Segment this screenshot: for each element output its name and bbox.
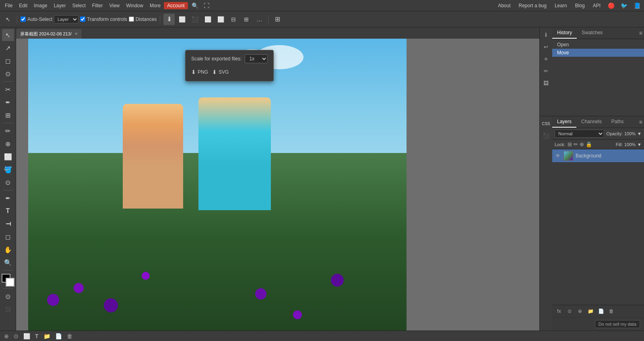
css-properties-btn[interactable]: CSS — [541, 118, 552, 129]
screen-mode-btn[interactable]: ⬛ — [2, 303, 14, 315]
history-item-open[interactable]: Open — [552, 41, 644, 49]
properties-icon-btn[interactable]: ℹ — [541, 29, 552, 40]
layer-delete-btn[interactable]: 🗑 — [607, 307, 616, 316]
fill-tool[interactable]: 🪣 — [2, 163, 14, 176]
lasso-tool[interactable]: ⊙ — [2, 68, 14, 80]
zoom-tool[interactable]: 🔍 — [2, 256, 14, 269]
more-toolbar-btn[interactable]: … — [254, 14, 265, 25]
export-scale-select[interactable]: 1x 0.5x 2x 3x — [245, 54, 268, 63]
transform-controls-checkbox-label[interactable]: Transform controls — [80, 17, 127, 22]
lock-position-btn[interactable]: ⊕ — [580, 141, 584, 147]
status-type-btn[interactable]: T — [35, 333, 39, 339]
align-left-btn[interactable]: ⬜ — [176, 14, 188, 25]
opacity-value[interactable]: 100% — [624, 131, 636, 136]
clone-stamp-tool[interactable]: ⊕ — [2, 138, 14, 150]
dodge-burn-tool[interactable]: ⊙ — [2, 176, 14, 188]
align-center-btn[interactable]: ⬛ — [189, 14, 200, 25]
layers-panel-menu-btn[interactable]: ≡ — [639, 119, 642, 125]
distances-checkbox-label[interactable]: Distances — [129, 17, 157, 22]
lock-transparent-btn[interactable]: ⊞ — [568, 141, 572, 147]
opacity-dropdown-icon[interactable]: ▼ — [637, 131, 642, 136]
tab-swatches[interactable]: Swatches — [577, 27, 607, 39]
canvas-viewport[interactable]: Scale for exported files: 1x 0.5x 2x 3x … — [16, 39, 539, 331]
fill-value[interactable]: 100% — [624, 142, 636, 147]
menu-item-filter[interactable]: Filter — [89, 2, 106, 9]
hand-tool[interactable]: ✋ — [2, 244, 14, 256]
pen-tool[interactable]: ✒ — [2, 192, 14, 204]
layers-icon-btn[interactable]: ⬛ — [541, 130, 552, 141]
quick-mask-btn[interactable]: ⊙ — [2, 290, 14, 302]
menu-item-window[interactable]: Window — [123, 2, 147, 9]
distances-checkbox[interactable] — [129, 17, 134, 22]
menu-item-blog[interactable]: Blog — [572, 2, 588, 9]
distribute-v-btn[interactable]: ⊞ — [241, 14, 252, 25]
menu-item-select[interactable]: Select — [69, 2, 89, 9]
tab-paths[interactable]: Paths — [607, 116, 629, 128]
status-path-btn[interactable]: ⬜ — [23, 333, 30, 339]
history-panel-menu-btn[interactable]: ≡ — [639, 30, 642, 36]
layer-select[interactable]: Layer Group — [54, 15, 78, 23]
reddit-icon[interactable]: 🔴 — [605, 0, 617, 11]
menu-item-view[interactable]: View — [106, 2, 123, 9]
layer-adjustment-btn[interactable]: ⊕ — [576, 307, 584, 316]
background-color[interactable] — [6, 278, 14, 287]
canvas-tab-close[interactable]: × — [75, 31, 78, 37]
tab-channels[interactable]: Channels — [576, 116, 607, 128]
menu-item-layer[interactable]: Layer — [50, 2, 69, 9]
history-item-move[interactable]: Move — [552, 49, 644, 57]
auto-select-checkbox[interactable] — [21, 17, 26, 22]
facebook-icon[interactable]: 📘 — [631, 0, 642, 11]
menu-item-learn[interactable]: Learn — [551, 2, 570, 9]
transform-controls-checkbox[interactable] — [80, 17, 85, 22]
adjustments-icon-btn[interactable]: ✏ — [541, 65, 552, 76]
fill-dropdown-icon[interactable]: ▼ — [637, 142, 642, 147]
layer-visibility-icon[interactable]: 👁 — [555, 153, 561, 159]
layer-name[interactable]: Background — [576, 153, 601, 159]
lock-all-btn[interactable]: 🔒 — [586, 141, 592, 147]
color-swatches[interactable] — [2, 274, 14, 287]
history-icon-btn[interactable]: ↩ — [541, 41, 552, 52]
image-icon-btn[interactable]: 🖼 — [541, 77, 552, 89]
layer-mask-btn[interactable]: ⊙ — [565, 307, 574, 316]
layer-new-btn[interactable]: 📄 — [597, 307, 605, 316]
status-adjust-btn[interactable]: ⊕ — [4, 333, 9, 339]
menu-item-file[interactable]: File — [2, 2, 16, 9]
tab-layers[interactable]: Layers — [552, 116, 576, 128]
menu-item-image[interactable]: Image — [31, 2, 50, 9]
menu-item-more[interactable]: More — [147, 2, 164, 9]
export-download-btn[interactable]: ⬇ — [163, 14, 175, 25]
heal-tool[interactable]: ⊞ — [2, 109, 14, 121]
menu-item-edit[interactable]: Edit — [16, 2, 31, 9]
status-mask-btn[interactable]: ⊙ — [14, 333, 19, 339]
auto-select-checkbox-label[interactable]: Auto-Select — [21, 17, 52, 22]
eyedropper-tool[interactable]: ✒ — [2, 96, 14, 108]
eraser-tool[interactable]: ⬜ — [2, 151, 14, 163]
export-png-btn[interactable]: ⬇ PNG — [191, 67, 208, 77]
menu-icon-btn[interactable]: ≡ — [541, 53, 552, 64]
distribute-h-btn[interactable]: ⊟ — [228, 14, 239, 25]
export-svg-btn[interactable]: ⬇ SVG — [212, 67, 229, 77]
brush-tool[interactable]: ✏ — [2, 125, 14, 137]
type-vertical-tool[interactable]: T — [2, 218, 14, 230]
search-icon[interactable]: 🔍 — [190, 0, 201, 11]
select-tool[interactable]: ↗ — [2, 42, 14, 54]
canvas-tab-main[interactable]: 屏幕截图 2024-02-08 213/ × — [16, 29, 82, 39]
shape-tool[interactable]: ◻ — [2, 231, 14, 243]
layer-folder-btn[interactable]: 📁 — [586, 307, 595, 316]
menu-item-about[interactable]: About — [495, 2, 514, 9]
dont-sell-button[interactable]: Do not sell my data — [595, 320, 640, 328]
move-tool-btn[interactable]: ↖ — [2, 14, 14, 25]
tab-history[interactable]: History — [552, 27, 577, 39]
maximize-icon[interactable]: ⛶ — [201, 0, 212, 11]
status-folder-btn[interactable]: 📁 — [43, 333, 50, 339]
menu-item-api[interactable]: API — [590, 2, 604, 9]
align-right-btn[interactable]: ⬜ — [202, 14, 213, 25]
text-tool[interactable]: T — [2, 205, 14, 217]
rect-marquee-tool[interactable]: ◻ — [2, 55, 14, 67]
menu-item-report-bug[interactable]: Report a bug — [516, 2, 550, 9]
menu-item-account[interactable]: Account — [164, 2, 188, 9]
status-delete-btn[interactable]: 🗑 — [67, 333, 72, 339]
blend-mode-select[interactable]: Normal Multiply Screen Overlay — [555, 130, 604, 138]
twitter-icon[interactable]: 🐦 — [618, 0, 630, 11]
status-new-btn[interactable]: 📄 — [55, 333, 62, 339]
